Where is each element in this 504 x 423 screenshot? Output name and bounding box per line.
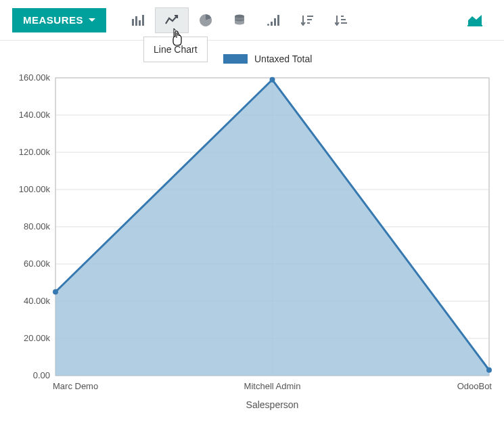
line-chart-button[interactable] (155, 7, 189, 33)
chart-area: 0.0020.00k40.00k60.00k80.00k100.00k120.0… (0, 41, 504, 423)
y-tick-label: 100.00k (19, 184, 51, 194)
line-chart-icon (165, 15, 179, 26)
y-tick-label: 120.00k (19, 147, 51, 157)
chart-type-group (121, 7, 358, 33)
y-tick-label: 60.00k (24, 259, 51, 269)
pie-chart-button[interactable] (189, 7, 223, 33)
tooltip-text: Line Chart (154, 44, 198, 55)
y-tick-label: 20.00k (24, 333, 51, 343)
caret-down-icon (89, 18, 95, 22)
pie-chart-icon (200, 14, 212, 26)
svg-point-5 (267, 24, 269, 26)
bar-chart-button[interactable] (121, 7, 155, 33)
x-tick-label: Marc Demo (53, 381, 98, 391)
area-chart-button[interactable] (458, 7, 492, 33)
y-tick-label: 140.00k (19, 110, 51, 120)
area-chart-icon (467, 14, 482, 26)
chart-legend: Untaxed Total (223, 53, 312, 64)
svg-rect-3 (142, 15, 144, 26)
svg-rect-6 (271, 22, 273, 26)
stacked-chart-button[interactable] (223, 7, 256, 33)
y-tick-label: 0.00 (33, 370, 50, 380)
y-tick-label: 80.00k (24, 221, 51, 231)
sort-asc-button[interactable] (324, 7, 358, 33)
measures-button[interactable]: MEASURES (12, 8, 106, 32)
svg-rect-2 (139, 20, 141, 26)
toolbar: MEASURES (0, 0, 504, 41)
svg-rect-7 (274, 18, 276, 26)
measures-button-label: MEASURES (23, 14, 83, 26)
x-tick-label: OdooBot (457, 381, 492, 391)
svg-rect-8 (277, 15, 279, 26)
y-tick-label: 40.00k (24, 296, 51, 306)
sort-asc-icon (335, 15, 347, 26)
legend-swatch (223, 54, 248, 64)
signal-chart-button[interactable] (256, 7, 290, 33)
x-axis-label: Salesperson (246, 399, 299, 410)
x-tick-label: Mitchell Admin (244, 381, 301, 391)
chart-type-tooltip: Line Chart (143, 37, 208, 62)
sort-desc-icon (301, 15, 313, 26)
line-chart[interactable]: 0.0020.00k40.00k60.00k80.00k100.00k120.0… (0, 71, 504, 423)
sort-desc-button[interactable] (290, 7, 324, 33)
data-point[interactable] (270, 77, 275, 83)
svg-rect-0 (132, 19, 134, 26)
data-point[interactable] (53, 289, 58, 294)
signal-icon (267, 15, 279, 26)
data-point[interactable] (486, 368, 492, 373)
bar-chart-icon (132, 15, 144, 26)
y-tick-label: 160.00k (19, 72, 51, 83)
svg-rect-1 (135, 16, 137, 26)
legend-label: Untaxed Total (254, 53, 312, 64)
database-icon (234, 14, 245, 26)
